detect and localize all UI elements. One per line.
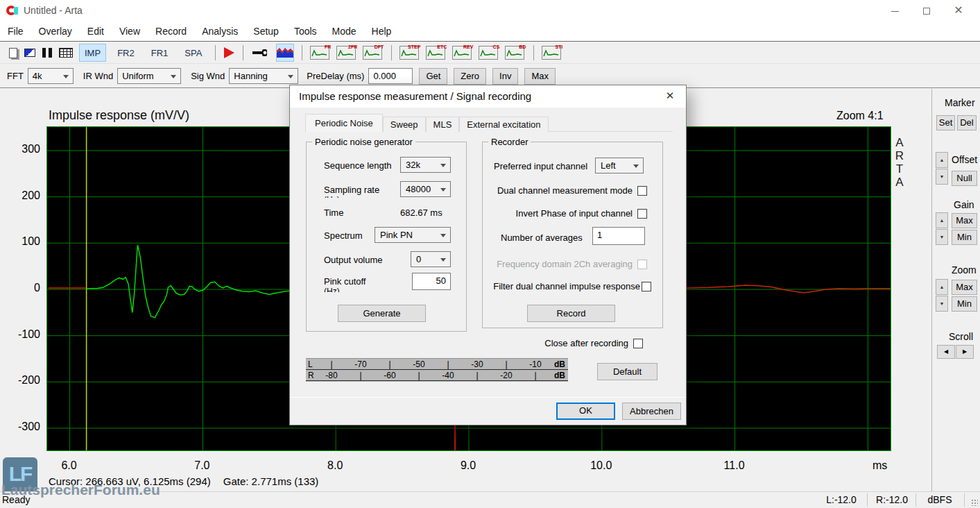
right-control-panel: Marker Set Del ▲ ▼ Offset Null Gain ▲ ▼ … <box>931 89 980 491</box>
zero-button[interactable]: Zero <box>454 68 486 85</box>
gain-min-button[interactable]: Min <box>952 230 977 245</box>
invert-phase-row: Invert Phase of input channel <box>516 208 647 219</box>
maximize-button[interactable] <box>911 0 943 22</box>
gain-label: Gain <box>954 199 974 210</box>
dual-channel-row: Dual channel measurement mode <box>497 185 647 196</box>
meter-cell: | <box>463 371 492 380</box>
max-button[interactable]: Max <box>524 68 556 85</box>
scroll-left-button[interactable]: ◀ <box>937 345 955 359</box>
tab-mls[interactable]: MLS <box>426 117 460 132</box>
sequence-length-label: Sequence length <box>324 160 392 171</box>
output-volume-combo[interactable]: 0 <box>411 251 451 267</box>
preferred-channel-combo[interactable]: Left <box>595 158 644 173</box>
tool-button-fr[interactable]: FR <box>309 44 332 61</box>
mode-button-spa[interactable]: SPA <box>179 44 207 62</box>
tool-button-rev[interactable]: REV <box>452 44 474 61</box>
offset-down-button[interactable]: ▼ <box>936 169 948 185</box>
dialog-close-button[interactable]: ✕ <box>657 85 683 107</box>
chevron-down-icon <box>440 164 446 167</box>
recorder-group-title: Recorder <box>488 137 531 147</box>
cancel-button[interactable]: Abbrechen <box>622 403 681 420</box>
tool-button-bd[interactable]: BD <box>504 44 526 61</box>
scroll-right-button[interactable]: ▶ <box>956 345 974 359</box>
meter-cell: | <box>317 359 346 369</box>
filter-dual-checkbox[interactable] <box>642 282 651 291</box>
sampling-rate-combo[interactable]: 48000 <box>400 181 451 197</box>
ok-button[interactable]: OK <box>556 403 615 420</box>
menu-item-tools[interactable]: Tools <box>286 22 325 41</box>
tab-sweep[interactable]: Sweep <box>383 117 426 132</box>
averages-input[interactable]: 1 <box>592 227 645 245</box>
tool-button-dft[interactable]: DFT <box>362 44 384 61</box>
invert-phase-checkbox[interactable] <box>637 209 647 219</box>
marker-set-button[interactable]: Set <box>936 115 955 130</box>
tool-button-etc[interactable]: ETC <box>425 44 447 61</box>
generate-button[interactable]: Generate <box>338 305 426 322</box>
dialog-tabs: Periodic NoiseSweepMLSExternal excitatio… <box>305 114 673 132</box>
spectrum-combo[interactable]: Pink PN <box>375 227 451 243</box>
offset-null-button[interactable]: Null <box>952 171 977 186</box>
zoom-up-button[interactable]: ▲ <box>936 279 948 295</box>
overlay-flag-button[interactable] <box>24 44 36 62</box>
ir-window-combo[interactable]: Uniform <box>117 68 181 84</box>
offset-label: Offset <box>952 154 977 165</box>
meter-cell: dB <box>550 359 568 369</box>
tool-button-sti[interactable]: STI <box>541 44 563 61</box>
arta-letter: R <box>894 149 905 162</box>
inv-button[interactable]: Inv <box>492 68 518 85</box>
mode-button-imp[interactable]: IMP <box>79 44 106 62</box>
menu-item-setup[interactable]: Setup <box>246 22 286 41</box>
y-tick-label: -300 <box>4 421 40 433</box>
menu-item-file[interactable]: File <box>0 22 31 41</box>
gain-down-button[interactable]: ▼ <box>936 229 948 245</box>
minimize-button[interactable] <box>879 0 911 22</box>
default-button[interactable]: Default <box>597 363 657 380</box>
menu-item-edit[interactable]: Edit <box>80 22 112 41</box>
gate-value: Gate: 2.771ms (133) <box>223 475 319 487</box>
tool-button-step[interactable]: STEP <box>399 44 421 61</box>
tool-button-label: ETC <box>437 44 447 49</box>
stop-pause-button[interactable] <box>42 44 53 62</box>
mode-button-fr1[interactable]: FR1 <box>146 44 174 62</box>
zoom-down-button[interactable]: ▼ <box>936 296 948 312</box>
tool-button-cs[interactable]: CS <box>478 44 500 61</box>
sig-window-combo[interactable]: Hanning <box>229 68 298 84</box>
lf-watermark-text: LautsprecherForum.eu <box>1 482 160 498</box>
resize-grip[interactable] <box>971 499 978 506</box>
y-tick-label: 200 <box>4 189 40 202</box>
x-tick-label: 6.0 <box>49 459 90 472</box>
menu-item-analysis[interactable]: Analysis <box>194 22 246 41</box>
sampling-rate-label: Sampling rate (Hz) <box>324 185 379 198</box>
y-tick-label: 300 <box>4 143 40 155</box>
audio-device-button[interactable] <box>251 44 270 62</box>
marker-del-button[interactable]: Del <box>957 115 977 130</box>
signal-record-button[interactable] <box>276 44 294 62</box>
tab-external-excitation[interactable]: External excitation <box>459 117 548 132</box>
dual-channel-checkbox[interactable] <box>637 186 647 196</box>
gain-max-button[interactable]: Max <box>952 213 977 228</box>
menu-item-help[interactable]: Help <box>364 22 399 41</box>
zoom-max-button[interactable]: Max <box>952 280 977 295</box>
close-after-recording-checkbox[interactable] <box>633 339 643 348</box>
menu-item-record[interactable]: Record <box>148 22 194 41</box>
pink-cutoff-input[interactable]: 50 <box>412 273 451 290</box>
mode-button-fr2[interactable]: FR2 <box>112 44 140 62</box>
fft-size-combo[interactable]: 4k <box>28 68 74 84</box>
gain-up-button[interactable]: ▲ <box>936 212 948 228</box>
menu-item-view[interactable]: View <box>112 22 148 41</box>
table-view-button[interactable] <box>58 44 74 62</box>
sequence-length-combo[interactable]: 32k <box>400 157 451 173</box>
get-button[interactable]: Get <box>419 68 447 85</box>
offset-up-button[interactable]: ▲ <box>936 152 948 168</box>
tab-periodic-noise[interactable]: Periodic Noise <box>305 114 383 132</box>
x-tick-label: 10.0 <box>581 459 622 472</box>
menu-item-mode[interactable]: Mode <box>325 22 364 41</box>
tool-button-2fr[interactable]: 2FR <box>336 44 358 61</box>
new-file-button[interactable] <box>8 44 18 62</box>
close-button[interactable]: ✕ <box>943 0 974 22</box>
predelay-input[interactable]: 0.000 <box>368 68 413 84</box>
record-button[interactable]: Record <box>527 305 615 322</box>
menu-item-overlay[interactable]: Overlay <box>31 22 80 41</box>
zoom-min-button[interactable]: Min <box>952 296 977 312</box>
play-generator-button[interactable] <box>223 44 235 62</box>
